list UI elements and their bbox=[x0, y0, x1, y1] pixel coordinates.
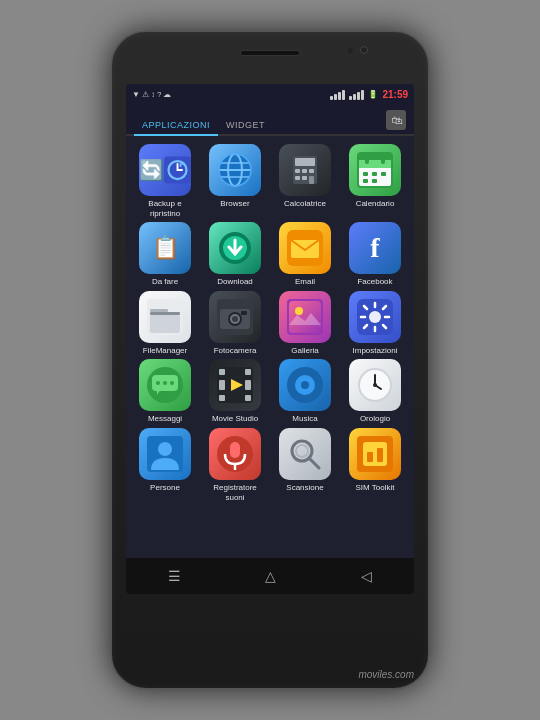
speaker bbox=[240, 50, 300, 56]
app-item-calendar[interactable]: Calendario bbox=[342, 144, 408, 218]
app-item-gallery[interactable]: Galleria bbox=[272, 291, 338, 356]
svg-point-49 bbox=[170, 381, 174, 385]
app-label-movie: Movie Studio bbox=[212, 414, 258, 424]
tab-applicazioni[interactable]: APPLICAZIONI bbox=[134, 120, 218, 136]
sensor bbox=[348, 48, 353, 53]
app-icon-daffare: 📋 bbox=[139, 222, 191, 274]
app-icon-recorder bbox=[209, 428, 261, 480]
svg-rect-20 bbox=[381, 156, 385, 164]
svg-point-64 bbox=[373, 383, 377, 387]
app-label-scan: Scansione bbox=[286, 483, 323, 493]
svg-rect-10 bbox=[295, 169, 300, 173]
status-icons-left: ▼ ⚠ ↕ ? ☁ bbox=[132, 90, 171, 99]
app-label-email: Email bbox=[295, 277, 315, 287]
app-item-recorder[interactable]: Registratore suoni bbox=[202, 428, 268, 502]
app-item-music[interactable]: Musica bbox=[272, 359, 338, 424]
status-time: 21:59 bbox=[382, 89, 408, 100]
tab-widget[interactable]: WIDGET bbox=[218, 120, 273, 134]
app-label-calendar: Calendario bbox=[356, 199, 395, 209]
app-item-settings[interactable]: Impostazioni bbox=[342, 291, 408, 356]
phone-device: ▼ ⚠ ↕ ? ☁ bbox=[110, 30, 430, 690]
app-icon-messaggi bbox=[139, 359, 191, 411]
phone-screen: ▼ ⚠ ↕ ? ☁ bbox=[126, 84, 414, 594]
svg-point-42 bbox=[295, 307, 303, 315]
app-item-browser[interactable]: Browser bbox=[202, 144, 268, 218]
svg-point-66 bbox=[158, 442, 172, 456]
signal-2 bbox=[349, 88, 364, 100]
svg-line-71 bbox=[309, 458, 319, 468]
app-label-persone: Persone bbox=[150, 483, 180, 493]
svg-rect-19 bbox=[365, 156, 369, 164]
nav-menu-button[interactable]: ☰ bbox=[159, 566, 189, 586]
svg-rect-31 bbox=[150, 309, 168, 312]
battery-icon: 🔋 bbox=[368, 90, 378, 99]
svg-rect-18 bbox=[359, 160, 391, 168]
notif-icon-4: ? bbox=[157, 90, 161, 99]
phone-bottom-bezel bbox=[112, 594, 428, 646]
svg-rect-13 bbox=[295, 176, 300, 180]
svg-rect-68 bbox=[230, 442, 240, 458]
nav-back-button[interactable]: ◁ bbox=[351, 566, 381, 586]
nav-home-button[interactable]: △ bbox=[255, 566, 285, 586]
svg-rect-15 bbox=[309, 176, 314, 184]
app-item-camera[interactable]: Fotocamera bbox=[202, 291, 268, 356]
app-label-download: Download bbox=[217, 277, 253, 287]
svg-rect-41 bbox=[289, 301, 321, 333]
svg-rect-14 bbox=[302, 176, 307, 180]
app-grid-area: Backup e ripristino Browser Calcolatrice bbox=[126, 136, 414, 558]
app-item-movie[interactable]: Movie Studio bbox=[202, 359, 268, 424]
app-icon-gallery bbox=[279, 291, 331, 343]
app-item-daffare[interactable]: 📋Da fare bbox=[132, 222, 198, 287]
svg-rect-55 bbox=[219, 380, 225, 390]
svg-rect-51 bbox=[219, 369, 225, 375]
svg-rect-9 bbox=[295, 158, 315, 166]
svg-rect-74 bbox=[363, 442, 387, 466]
status-bar: ▼ ⚠ ↕ ? ☁ bbox=[126, 84, 414, 104]
front-camera bbox=[360, 46, 368, 54]
app-item-sim[interactable]: SIM Toolkit bbox=[342, 428, 408, 502]
app-icon-email bbox=[279, 222, 331, 274]
svg-point-60 bbox=[301, 381, 309, 389]
app-label-backup: Backup e ripristino bbox=[135, 199, 195, 218]
app-icon-settings bbox=[349, 291, 401, 343]
app-item-facebook[interactable]: fFacebook bbox=[342, 222, 408, 287]
phone-top-bezel bbox=[112, 32, 428, 84]
app-label-camera: Fotocamera bbox=[214, 346, 257, 356]
app-label-browser: Browser bbox=[220, 199, 249, 209]
svg-rect-54 bbox=[245, 395, 251, 401]
app-item-scan[interactable]: Scansione bbox=[272, 428, 338, 502]
signal-1 bbox=[330, 88, 345, 100]
app-item-calc[interactable]: Calcolatrice bbox=[272, 144, 338, 218]
app-icon-calc bbox=[279, 144, 331, 196]
app-icon-calendar bbox=[349, 144, 401, 196]
bottom-nav: ☰ △ ◁ bbox=[126, 558, 414, 594]
app-icon-scan bbox=[279, 428, 331, 480]
app-item-persone[interactable]: Persone bbox=[132, 428, 198, 502]
app-icon-clock bbox=[349, 359, 401, 411]
app-item-filemanager[interactable]: FileManager bbox=[132, 291, 198, 356]
app-item-download[interactable]: Download bbox=[202, 222, 268, 287]
notif-icon-1: ▼ bbox=[132, 90, 140, 99]
app-item-backup[interactable]: Backup e ripristino bbox=[132, 144, 198, 218]
tab-bar: APPLICAZIONI WIDGET 🛍 bbox=[126, 104, 414, 136]
svg-rect-76 bbox=[377, 448, 383, 462]
app-item-clock[interactable]: Orologio bbox=[342, 359, 408, 424]
svg-rect-53 bbox=[219, 395, 225, 401]
app-item-messaggi[interactable]: Messaggi bbox=[132, 359, 198, 424]
svg-rect-11 bbox=[302, 169, 307, 173]
app-icon-sim bbox=[349, 428, 401, 480]
app-label-messaggi: Messaggi bbox=[148, 414, 182, 424]
app-label-music: Musica bbox=[292, 414, 317, 424]
svg-rect-33 bbox=[150, 312, 180, 315]
app-icon-camera bbox=[209, 291, 261, 343]
app-icon-download bbox=[209, 222, 261, 274]
svg-point-72 bbox=[296, 445, 308, 457]
svg-rect-75 bbox=[367, 452, 373, 462]
app-item-email[interactable]: Email bbox=[272, 222, 338, 287]
app-label-settings: Impostazioni bbox=[353, 346, 398, 356]
tab-store-button[interactable]: 🛍 bbox=[386, 110, 406, 130]
notif-icon-5: ☁ bbox=[163, 90, 171, 99]
svg-point-48 bbox=[163, 381, 167, 385]
app-label-clock: Orologio bbox=[360, 414, 390, 424]
app-label-daffare: Da fare bbox=[152, 277, 178, 287]
